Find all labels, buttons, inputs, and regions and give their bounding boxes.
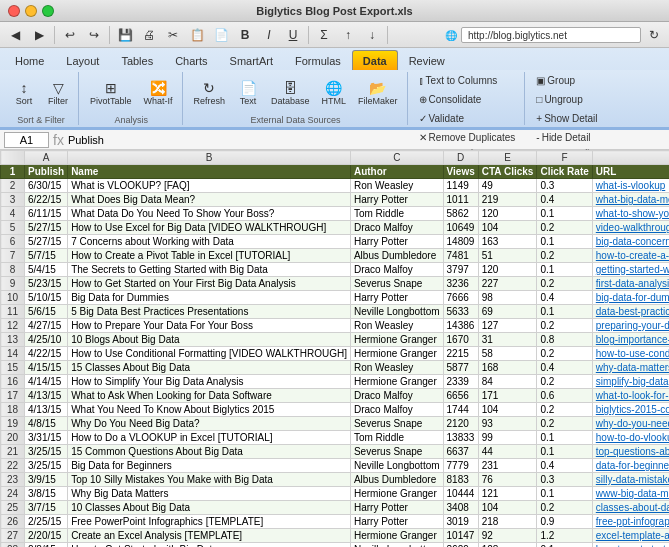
cell-publish[interactable]: 3/25/15	[25, 459, 68, 473]
cell-click-rate[interactable]: 0.2	[537, 501, 592, 515]
cell-url[interactable]: how-to-do-vlookup	[592, 431, 669, 445]
filter-button[interactable]: ▽ Filter	[42, 77, 74, 109]
cell-cta-clicks[interactable]: 58	[478, 347, 537, 361]
cell-cta-clicks[interactable]: 231	[478, 459, 537, 473]
cell-name[interactable]: How to Prepare Your Data For Your Boss	[68, 319, 351, 333]
tab-smartart[interactable]: SmartArt	[219, 50, 284, 70]
cell-f1[interactable]: Click Rate	[537, 165, 592, 179]
cell-url[interactable]: first-data-analysis	[592, 277, 669, 291]
cell-author[interactable]: Harry Potter	[350, 501, 443, 515]
cell-g1[interactable]: URL	[592, 165, 669, 179]
cell-click-rate[interactable]: 0.1	[537, 207, 592, 221]
cell-cta-clicks[interactable]: 218	[478, 515, 537, 529]
cell-author[interactable]: Draco Malfoy	[350, 263, 443, 277]
cell-publish[interactable]: 2/25/15	[25, 515, 68, 529]
cell-url[interactable]: blog-importance-of-big-data	[592, 333, 669, 347]
cell-name[interactable]: 10 Classes About Big Data	[68, 501, 351, 515]
col-header-a[interactable]: A	[25, 151, 68, 165]
cell-click-rate[interactable]: 0.2	[537, 347, 592, 361]
cell-views[interactable]: 2339	[443, 375, 478, 389]
cell-c1[interactable]: Author	[350, 165, 443, 179]
cell-name[interactable]: How to Use Excel for Big Data [VIDEO WAL…	[68, 221, 351, 235]
cell-click-rate[interactable]: 0.1	[537, 487, 592, 501]
cell-url[interactable]: what-to-look-for-in-data-software	[592, 389, 669, 403]
cell-author[interactable]: Harry Potter	[350, 515, 443, 529]
cell-author[interactable]: Severus Snape	[350, 445, 443, 459]
bold-button[interactable]: B	[234, 24, 256, 46]
cell-click-rate[interactable]: 0.2	[537, 277, 592, 291]
cell-name[interactable]: 5 Big Data Best Practices Presentations	[68, 305, 351, 319]
cell-views[interactable]: 8183	[443, 473, 478, 487]
cell-cta-clicks[interactable]: 93	[478, 417, 537, 431]
tab-data[interactable]: Data	[352, 50, 398, 70]
cell-click-rate[interactable]: 0.9	[537, 515, 592, 529]
minimize-button[interactable]	[25, 5, 37, 17]
cell-publish[interactable]: 5/27/15	[25, 235, 68, 249]
cell-name[interactable]: What to Ask When Looking for Data Softwa…	[68, 389, 351, 403]
cell-publish[interactable]: 3/25/15	[25, 445, 68, 459]
cell-author[interactable]: Neville Longbottom	[350, 543, 443, 548]
cell-click-rate[interactable]: 0.1	[537, 305, 592, 319]
sort-asc-button[interactable]: ↑	[337, 24, 359, 46]
cell-author[interactable]: Hermione Granger	[350, 375, 443, 389]
cell-url[interactable]: big-data-for-dummies	[592, 291, 669, 305]
cell-url[interactable]: classes-about-data	[592, 501, 669, 515]
cell-publish[interactable]: 5/23/15	[25, 277, 68, 291]
cell-name[interactable]: How to Create a Pivot Table in Excel [TU…	[68, 249, 351, 263]
cell-cta-clicks[interactable]: 44	[478, 445, 537, 459]
cell-publish[interactable]: 6/30/15	[25, 179, 68, 193]
redo-button[interactable]: ↪	[83, 24, 105, 46]
cell-d1[interactable]: Views	[443, 165, 478, 179]
cell-name[interactable]: Why Big Data Matters	[68, 487, 351, 501]
cell-author[interactable]: Hermione Granger	[350, 487, 443, 501]
close-button[interactable]	[8, 5, 20, 17]
cell-publish[interactable]: 4/13/15	[25, 389, 68, 403]
cell-author[interactable]: Draco Malfoy	[350, 389, 443, 403]
cell-url[interactable]: getting-started-with-big-data	[592, 263, 669, 277]
consolidate-button[interactable]: ⊕ Consolidate	[414, 91, 521, 108]
cell-publish[interactable]: 2/8/15	[25, 543, 68, 548]
cell-a1[interactable]: Publish	[25, 165, 68, 179]
cell-url[interactable]: how-to-create-a-pivot-table	[592, 249, 669, 263]
cell-url[interactable]: www-big-data-matters	[592, 487, 669, 501]
cell-publish[interactable]: 4/14/15	[25, 375, 68, 389]
cell-publish[interactable]: 2/20/15	[25, 529, 68, 543]
cell-author[interactable]: Ron Weasley	[350, 361, 443, 375]
cell-url[interactable]: what-to-show-your-boss-data	[592, 207, 669, 221]
cell-publish[interactable]: 5/10/15	[25, 291, 68, 305]
cell-name[interactable]: How to Simplify Your Big Data Analysis	[68, 375, 351, 389]
cell-click-rate[interactable]: 0.2	[537, 417, 592, 431]
cell-author[interactable]: Severus Snape	[350, 417, 443, 431]
cell-author[interactable]: Albus Dumbledore	[350, 249, 443, 263]
cell-author[interactable]: Neville Longbottom	[350, 305, 443, 319]
ungroup-button[interactable]: □ Ungroup	[531, 91, 602, 108]
cell-views[interactable]: 2215	[443, 347, 478, 361]
cell-publish[interactable]: 4/22/15	[25, 347, 68, 361]
cell-author[interactable]: Draco Malfoy	[350, 403, 443, 417]
cell-cta-clicks[interactable]: 120	[478, 263, 537, 277]
cell-author[interactable]: Albus Dumbledore	[350, 473, 443, 487]
cell-author[interactable]: Tom Riddle	[350, 207, 443, 221]
cell-b1[interactable]: Name	[68, 165, 351, 179]
cell-url[interactable]: preparing-your-data-for-your-boss	[592, 319, 669, 333]
cell-cta-clicks[interactable]: 121	[478, 487, 537, 501]
cell-views[interactable]: 6656	[443, 389, 478, 403]
cell-cta-clicks[interactable]: 104	[478, 403, 537, 417]
cell-cta-clicks[interactable]: 171	[478, 389, 537, 403]
cell-click-rate[interactable]: 0.2	[537, 319, 592, 333]
cell-author[interactable]: Tom Riddle	[350, 431, 443, 445]
text-to-columns-button[interactable]: ⫿ Text to Columns	[414, 72, 521, 89]
cell-cta-clicks[interactable]: 69	[478, 305, 537, 319]
cell-click-rate[interactable]: 0.3	[537, 473, 592, 487]
cell-cta-clicks[interactable]: 127	[478, 319, 537, 333]
cell-cta-clicks[interactable]: 163	[478, 235, 537, 249]
cell-publish[interactable]: 4/8/15	[25, 417, 68, 431]
cell-publish[interactable]: 6/22/15	[25, 193, 68, 207]
cell-author[interactable]: Harry Potter	[350, 291, 443, 305]
cell-click-rate[interactable]: 0.2	[537, 221, 592, 235]
cell-name[interactable]: 15 Classes About Big Data	[68, 361, 351, 375]
cell-views[interactable]: 10147	[443, 529, 478, 543]
show-detail-button[interactable]: + Show Detail	[531, 110, 602, 127]
cell-views[interactable]: 1149	[443, 179, 478, 193]
cell-views[interactable]: 6637	[443, 445, 478, 459]
